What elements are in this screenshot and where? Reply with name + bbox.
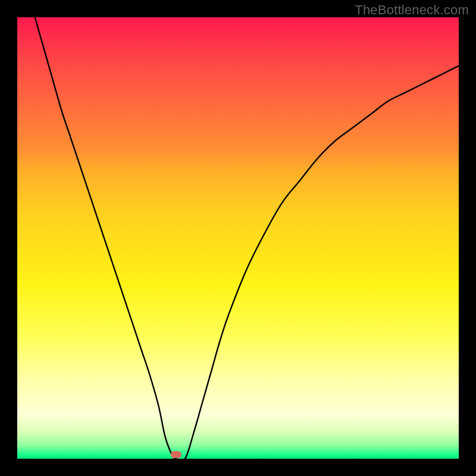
attribution-watermark: TheBottleneck.com	[355, 2, 469, 18]
chart-plot-area	[17, 17, 459, 459]
optimal-marker	[171, 451, 181, 458]
bottleneck-curve	[17, 17, 459, 459]
